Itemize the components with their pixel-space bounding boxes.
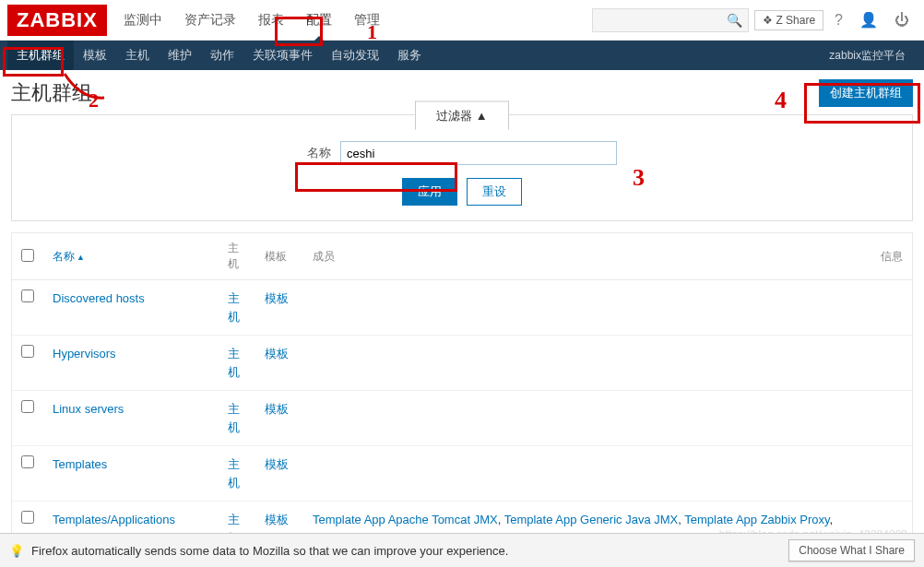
templates-link[interactable]: 模板: [265, 291, 289, 305]
templates-link[interactable]: 模板: [265, 513, 289, 526]
templates-link[interactable]: 模板: [265, 347, 289, 360]
subnav-item-3[interactable]: 维护: [159, 41, 201, 70]
hostgroup-name-link[interactable]: Templates/Applications: [53, 513, 175, 526]
member-link[interactable]: Template App Apache Tomcat JMX: [313, 513, 498, 526]
hostgroup-name-link[interactable]: Discovered hosts: [53, 291, 145, 305]
info-cell: [866, 336, 912, 391]
row-checkbox[interactable]: [21, 511, 34, 524]
create-hostgroup-button[interactable]: 创建主机群组: [819, 79, 913, 107]
search-icon: 🔍: [727, 13, 742, 28]
templates-link[interactable]: 模板: [265, 457, 289, 471]
info-cell: [866, 391, 912, 446]
topnav: 监测中资产记录报表配置管理: [113, 0, 391, 41]
subnav-item-2[interactable]: 主机: [116, 41, 159, 70]
column-templates: 模板: [255, 233, 303, 280]
row-checkbox[interactable]: [21, 345, 34, 358]
hostgroups-table: 名称▲ 主机 模板 成员 信息 Discovered hosts主机模板Hype…: [11, 232, 913, 567]
table-row: Linux servers主机模板: [12, 391, 912, 446]
sort-asc-icon: ▲: [77, 253, 85, 262]
zshare-label: Z Share: [776, 14, 815, 27]
zshare-button[interactable]: ❖ Z Share: [754, 10, 823, 30]
topnav-item-1[interactable]: 资产记录: [173, 0, 247, 41]
page-title: 主机群组: [11, 79, 92, 107]
user-icon[interactable]: 👤: [854, 11, 883, 29]
hosts-link[interactable]: 主机: [228, 402, 240, 434]
infobar-text: Firefox automatically sends some data to…: [31, 544, 508, 558]
filter-name-input[interactable]: [340, 141, 617, 165]
topnav-item-2[interactable]: 报表: [247, 0, 295, 41]
topbar-right: 🔍 ❖ Z Share ? 👤 ⏻: [592, 8, 915, 32]
templates-link[interactable]: 模板: [265, 402, 289, 416]
subnav-item-0[interactable]: 主机群组: [7, 41, 74, 70]
members-cell: [303, 391, 866, 446]
hostgroup-name-link[interactable]: Templates: [53, 457, 107, 471]
subnav-item-4[interactable]: 动作: [201, 41, 243, 70]
row-checkbox[interactable]: [21, 455, 34, 468]
info-cell: [866, 446, 912, 502]
subnav-item-1[interactable]: 模板: [74, 41, 116, 70]
table-row: Templates主机模板: [12, 446, 912, 502]
filter-apply-button[interactable]: 应用: [402, 178, 457, 206]
topbar: ZABBIX 监测中资产记录报表配置管理 🔍 ❖ Z Share ? 👤 ⏻: [0, 0, 924, 41]
hostgroup-name-link[interactable]: Hypervisors: [53, 347, 116, 360]
filter-toggle-tab[interactable]: 过滤器 ▲: [415, 101, 508, 130]
power-icon[interactable]: ⏻: [889, 12, 915, 29]
hosts-link[interactable]: 主机: [228, 347, 240, 379]
row-checkbox[interactable]: [21, 289, 34, 302]
column-info: 信息: [866, 233, 912, 280]
page: 主机群组 创建主机群组 过滤器 ▲ 名称 应用 重设 名称▲ 主机: [0, 70, 924, 567]
subnav-item-5[interactable]: 关联项事件: [243, 41, 322, 70]
member-link[interactable]: Template App Generic Java JMX: [504, 513, 679, 526]
subnav-right-label: zabbix监控平台: [818, 48, 917, 64]
table-row: Discovered hosts主机模板: [12, 280, 912, 336]
select-all-checkbox[interactable]: [21, 249, 34, 262]
hosts-link[interactable]: 主机: [228, 291, 240, 324]
row-checkbox[interactable]: [21, 400, 34, 413]
members-cell: [303, 446, 866, 502]
filter-reset-button[interactable]: 重设: [467, 178, 522, 206]
hosts-link[interactable]: 主机: [228, 457, 240, 490]
subnav-item-6[interactable]: 自动发现: [322, 41, 388, 70]
hostgroup-name-link[interactable]: Linux servers: [53, 402, 124, 416]
zshare-icon: ❖: [763, 14, 773, 27]
info-cell: [866, 280, 912, 336]
help-icon[interactable]: ?: [829, 12, 848, 29]
column-name[interactable]: 名称▲: [53, 250, 85, 263]
column-hosts: 主机: [219, 233, 255, 280]
browser-infobar: 💡 Firefox automatically sends some data …: [0, 533, 924, 567]
topnav-item-0[interactable]: 监测中: [113, 0, 173, 41]
infobar-choose-button[interactable]: Choose What I Share: [788, 539, 915, 561]
members-cell: [303, 336, 866, 391]
filter-panel: 过滤器 ▲ 名称 应用 重设: [11, 114, 913, 221]
topnav-item-4[interactable]: 管理: [343, 0, 391, 41]
filter-name-label: 名称: [307, 145, 331, 161]
topnav-item-3[interactable]: 配置: [295, 0, 343, 41]
column-members: 成员: [303, 233, 866, 280]
table-row: Hypervisors主机模板: [12, 336, 912, 391]
logo[interactable]: ZABBIX: [7, 5, 107, 36]
global-search[interactable]: 🔍: [592, 8, 749, 32]
members-cell: [303, 280, 866, 336]
subnav-item-7[interactable]: 服务: [388, 41, 431, 70]
subnav: 主机群组模板主机维护动作关联项事件自动发现服务 zabbix监控平台: [0, 41, 924, 70]
lightbulb-icon: 💡: [9, 544, 24, 558]
member-link[interactable]: Template App Zabbix Proxy: [684, 513, 829, 526]
